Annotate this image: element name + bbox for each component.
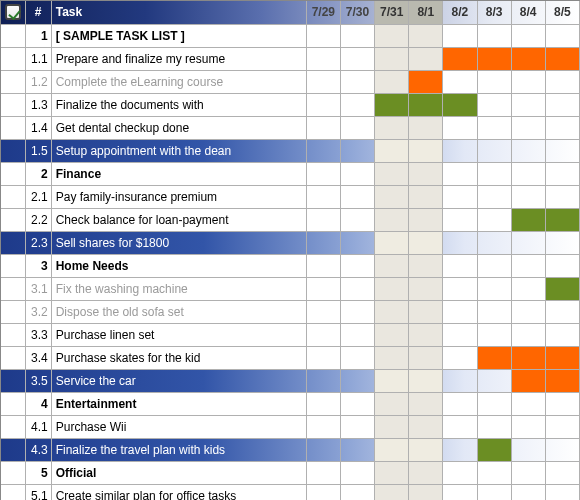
gantt-cell[interactable] [306,323,340,346]
gantt-cell[interactable] [511,438,545,461]
row-check-cell[interactable] [1,254,25,277]
gantt-cell[interactable] [443,116,477,139]
row-check-cell[interactable] [1,346,25,369]
gantt-cell[interactable] [511,70,545,93]
gantt-cell[interactable] [511,484,545,500]
gantt-cell[interactable] [409,185,443,208]
row-task[interactable]: Purchase linen set [51,323,306,346]
gantt-cell[interactable] [409,24,443,47]
row-num[interactable]: 5 [25,461,51,484]
gantt-cell[interactable] [409,438,443,461]
row-check-cell[interactable] [1,24,25,47]
row-num[interactable]: 3.3 [25,323,51,346]
gantt-cell[interactable] [545,415,579,438]
gantt-cell[interactable] [375,139,409,162]
gantt-cell[interactable] [306,438,340,461]
gantt-cell[interactable] [375,323,409,346]
gantt-cell[interactable] [545,208,579,231]
gantt-cell[interactable] [477,70,511,93]
row-check-cell[interactable] [1,208,25,231]
gantt-cell[interactable] [477,323,511,346]
row-check-cell[interactable] [1,484,25,500]
gantt-cell[interactable] [340,369,374,392]
row-task[interactable]: Official [51,461,306,484]
header-task[interactable]: Task [51,1,306,24]
gantt-cell[interactable] [477,369,511,392]
gantt-cell[interactable] [443,323,477,346]
gantt-cell[interactable] [409,277,443,300]
gantt-cell[interactable] [340,24,374,47]
gantt-cell[interactable] [443,139,477,162]
gantt-cell[interactable] [306,346,340,369]
gantt-cell[interactable] [409,231,443,254]
gantt-cell[interactable] [545,484,579,500]
gantt-cell[interactable] [340,392,374,415]
row-task[interactable]: Finance [51,162,306,185]
table-row[interactable]: 4.1Purchase Wii [1,415,580,438]
gantt-cell[interactable] [375,461,409,484]
gantt-cell[interactable] [340,185,374,208]
table-row[interactable]: 1.3Finalize the documents with [1,93,580,116]
gantt-cell[interactable] [409,254,443,277]
table-row[interactable]: 3.2Dispose the old sofa set [1,300,580,323]
row-num[interactable]: 1.5 [25,139,51,162]
gantt-cell[interactable] [340,70,374,93]
gantt-cell[interactable] [545,369,579,392]
gantt-cell[interactable] [511,346,545,369]
gantt-cell[interactable] [340,415,374,438]
header-day-1[interactable]: 7/30 [340,1,374,24]
gantt-cell[interactable] [306,162,340,185]
header-num[interactable]: # [25,1,51,24]
row-task[interactable]: Service the car [51,369,306,392]
row-check-cell[interactable] [1,93,25,116]
gantt-cell[interactable] [306,415,340,438]
gantt-cell[interactable] [443,93,477,116]
row-num[interactable]: 1.4 [25,116,51,139]
row-task[interactable]: Complete the eLearning course [51,70,306,93]
gantt-cell[interactable] [375,162,409,185]
gantt-cell[interactable] [409,323,443,346]
gantt-cell[interactable] [375,231,409,254]
row-task[interactable]: Dispose the old sofa set [51,300,306,323]
row-check-cell[interactable] [1,300,25,323]
gantt-cell[interactable] [443,254,477,277]
header-day-6[interactable]: 8/4 [511,1,545,24]
table-row[interactable]: 2Finance [1,162,580,185]
gantt-cell[interactable] [443,300,477,323]
gantt-cell[interactable] [340,231,374,254]
header-check[interactable] [1,1,25,24]
row-check-cell[interactable] [1,231,25,254]
gantt-cell[interactable] [375,277,409,300]
gantt-cell[interactable] [545,47,579,70]
row-num[interactable]: 4.3 [25,438,51,461]
gantt-cell[interactable] [477,185,511,208]
header-day-5[interactable]: 8/3 [477,1,511,24]
row-num[interactable]: 1.3 [25,93,51,116]
gantt-cell[interactable] [340,346,374,369]
gantt-cell[interactable] [477,24,511,47]
gantt-cell[interactable] [477,139,511,162]
gantt-cell[interactable] [306,369,340,392]
row-task[interactable]: Fix the washing machine [51,277,306,300]
gantt-cell[interactable] [477,231,511,254]
gantt-cell[interactable] [511,208,545,231]
table-row[interactable]: 2.2Check balance for loan-payment [1,208,580,231]
gantt-cell[interactable] [409,346,443,369]
gantt-cell[interactable] [375,47,409,70]
table-row[interactable]: 3.3Purchase linen set [1,323,580,346]
gantt-cell[interactable] [477,346,511,369]
gantt-cell[interactable] [306,300,340,323]
table-row[interactable]: 1.5Setup appointment with the dean [1,139,580,162]
gantt-cell[interactable] [340,139,374,162]
gantt-cell[interactable] [409,392,443,415]
gantt-cell[interactable] [477,93,511,116]
row-check-cell[interactable] [1,461,25,484]
gantt-cell[interactable] [340,254,374,277]
gantt-cell[interactable] [443,185,477,208]
row-check-cell[interactable] [1,70,25,93]
gantt-cell[interactable] [375,346,409,369]
gantt-cell[interactable] [545,438,579,461]
gantt-cell[interactable] [545,461,579,484]
gantt-cell[interactable] [477,208,511,231]
gantt-cell[interactable] [375,185,409,208]
